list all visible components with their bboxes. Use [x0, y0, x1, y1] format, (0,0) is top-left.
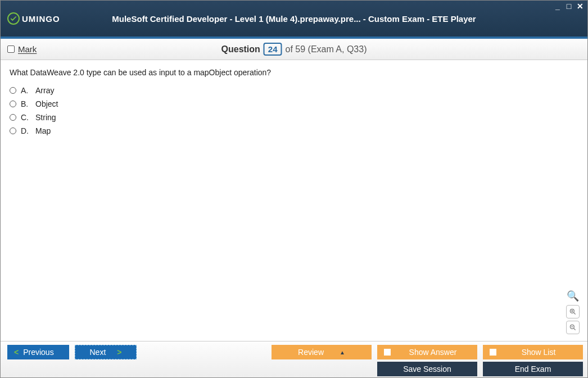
option-row[interactable]: B.Object: [10, 99, 578, 108]
zoom-out-button[interactable]: [566, 321, 580, 334]
previous-label: Previous: [23, 348, 53, 357]
option-letter: D.: [21, 126, 31, 135]
show-list-label: Show List: [501, 348, 576, 357]
previous-button[interactable]: < Previous: [7, 345, 69, 359]
show-list-checkbox[interactable]: [490, 349, 496, 356]
question-label: Question: [221, 44, 260, 54]
zoom-tools: 🔍: [566, 289, 580, 334]
show-list-button[interactable]: Show List: [483, 345, 583, 359]
close-icon[interactable]: ✕: [576, 2, 584, 11]
question-number: 24: [264, 43, 282, 56]
logo-text: UMINGO: [22, 14, 60, 24]
next-button[interactable]: Next >: [75, 345, 137, 359]
window-title: MuleSoft Certified Developer - Level 1 (…: [112, 14, 476, 24]
show-answer-label: Show Answer: [395, 348, 471, 357]
logo-check-icon: [7, 12, 20, 25]
show-answer-button[interactable]: Show Answer: [377, 345, 477, 359]
titlebar: UMINGO MuleSoft Certified Developer - Le…: [1, 1, 587, 39]
question-total-info: of 59 (Exam A, Q33): [286, 44, 367, 54]
option-row[interactable]: A.Array: [10, 86, 578, 95]
mark-checkbox[interactable]: [7, 45, 15, 53]
question-header-bar: Mark Question 24 of 59 (Exam A, Q33): [1, 39, 587, 60]
option-text: Map: [35, 126, 51, 135]
search-icon[interactable]: 🔍: [566, 289, 580, 303]
maximize-icon[interactable]: □: [565, 2, 573, 11]
mark-checkbox-wrap[interactable]: Mark: [7, 44, 37, 54]
options-list: A.ArrayB.ObjectC.StringD.Map: [10, 86, 578, 135]
option-letter: A.: [21, 86, 31, 95]
option-text: String: [35, 113, 56, 122]
option-text: Object: [35, 99, 58, 108]
option-radio[interactable]: [10, 114, 16, 121]
chevron-left-icon: <: [14, 348, 19, 357]
question-position-info: Question 24 of 59 (Exam A, Q33): [221, 43, 367, 56]
app-logo: UMINGO: [7, 12, 60, 25]
zoom-in-button[interactable]: [566, 305, 580, 318]
svg-line-1: [574, 313, 576, 315]
review-label: Review: [298, 348, 324, 357]
question-text: What DataWeave 2.0 type can be used as i…: [10, 68, 578, 77]
option-row[interactable]: C.String: [10, 113, 578, 122]
option-text: Array: [35, 86, 54, 95]
window-controls: _ □ ✕: [554, 2, 584, 11]
option-radio[interactable]: [10, 127, 16, 134]
svg-line-5: [574, 329, 576, 330]
minimize-icon[interactable]: _: [554, 2, 562, 11]
end-exam-label: End Exam: [515, 365, 551, 374]
option-letter: B.: [21, 99, 31, 108]
save-session-button[interactable]: Save Session: [377, 362, 477, 376]
question-content: What DataWeave 2.0 type can be used as i…: [1, 60, 587, 341]
option-letter: C.: [21, 113, 31, 122]
next-label: Next: [90, 348, 106, 357]
option-radio[interactable]: [10, 87, 16, 94]
option-row[interactable]: D.Map: [10, 126, 578, 135]
show-answer-checkbox[interactable]: [384, 349, 391, 356]
mark-label: Mark: [18, 44, 37, 54]
footer-toolbar: < Previous Next > Review ▲ Show Answer S…: [1, 341, 587, 378]
review-button[interactable]: Review ▲: [272, 345, 372, 359]
triangle-up-icon: ▲: [340, 349, 345, 356]
end-exam-button[interactable]: End Exam: [483, 362, 583, 376]
option-radio[interactable]: [10, 101, 16, 107]
chevron-right-icon: >: [117, 348, 121, 357]
save-session-label: Save Session: [403, 365, 451, 374]
